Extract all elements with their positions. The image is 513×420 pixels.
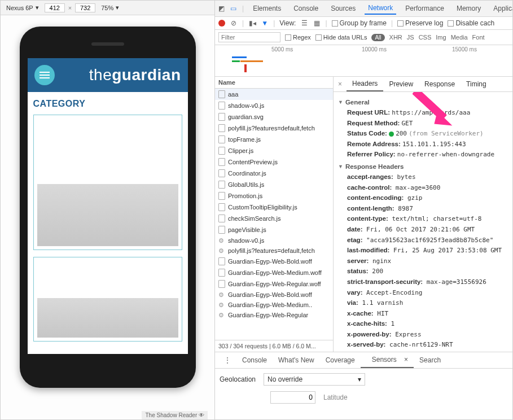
- gear-icon: ⚙: [218, 301, 225, 308]
- tab-application[interactable]: Applicati: [490, 3, 512, 14]
- request-row[interactable]: ContentPreview.js: [215, 156, 333, 168]
- tab-sources[interactable]: Sources: [327, 3, 359, 14]
- hamburger-menu-icon[interactable]: [34, 65, 55, 85]
- file-icon: [218, 215, 225, 222]
- request-row[interactable]: Guardian-Egyp-Web-Bold.woff: [215, 256, 333, 267]
- request-row[interactable]: polyfill.js?features=default,fetch: [215, 123, 333, 134]
- device-select[interactable]: Nexus 6P ▾: [4, 3, 41, 12]
- inspect-icon[interactable]: ◩: [218, 5, 225, 12]
- file-icon: [218, 158, 225, 166]
- file-icon: [218, 90, 225, 98]
- network-timeline[interactable]: 5000 ms 10000 ms 15000 ms: [215, 45, 512, 77]
- request-list: Name aaashadow-v0.jsguardian.svgpolyfill…: [215, 77, 334, 352]
- tab-preview[interactable]: Preview: [383, 77, 419, 91]
- regex-check[interactable]: Regex: [285, 34, 311, 41]
- file-icon: [218, 181, 225, 189]
- disable-cache-check[interactable]: Disable cach: [448, 19, 494, 27]
- request-row[interactable]: GlobalUtils.js: [215, 179, 333, 190]
- drawer-tab-search[interactable]: Search: [414, 353, 446, 368]
- view-list-icon[interactable]: ☰: [300, 19, 308, 27]
- section-response-headers[interactable]: Response Headers: [338, 163, 508, 170]
- height-input[interactable]: [75, 3, 95, 12]
- file-icon: [218, 102, 225, 110]
- request-row[interactable]: aaa: [215, 89, 333, 100]
- request-row[interactable]: topFrame.js: [215, 134, 333, 145]
- file-icon: [218, 192, 225, 200]
- filter-all[interactable]: All: [371, 34, 384, 41]
- content-card[interactable]: [33, 115, 182, 250]
- filter-font[interactable]: Font: [472, 34, 485, 41]
- filter-icon[interactable]: ▼: [261, 19, 269, 27]
- filter-img[interactable]: Img: [436, 34, 446, 41]
- request-row[interactable]: Coordinator.js: [215, 168, 333, 179]
- filter-input[interactable]: [218, 32, 280, 42]
- file-icon: [218, 135, 225, 143]
- dimension-x: ×: [68, 5, 72, 11]
- request-row[interactable]: ⚙Guardian-Egyp-Web-Bold.woff: [215, 290, 333, 300]
- request-row[interactable]: Clipper.js: [215, 145, 333, 156]
- view-large-icon[interactable]: ▦: [313, 19, 321, 27]
- file-icon: [218, 280, 225, 288]
- request-row[interactable]: guardian.svg: [215, 111, 333, 123]
- phone-frame: theguardian CATEGORY: [20, 27, 196, 388]
- request-row[interactable]: shadow-v0.js: [215, 100, 333, 111]
- gear-icon: ⚙: [218, 237, 225, 244]
- app-header: theguardian: [28, 58, 188, 92]
- file-icon: [218, 124, 225, 132]
- close-details-icon[interactable]: ×: [334, 77, 347, 91]
- network-toolbar: ⊘ | ▮◂ ▼ | View: ☰ ▦ | Group by frame | …: [215, 17, 512, 30]
- request-row[interactable]: CustomTooltipEligibility.js: [215, 202, 333, 213]
- tab-memory[interactable]: Memory: [453, 3, 484, 14]
- tab-console[interactable]: Console: [290, 3, 322, 14]
- devtools-drawer: ⋮ Console What's New Coverage Sensors × …: [215, 352, 512, 419]
- drawer-menu-icon[interactable]: ⋮: [218, 353, 236, 368]
- request-row[interactable]: ⚙polyfill.js?features=default,fetch: [215, 246, 333, 256]
- name-column-header[interactable]: Name: [215, 77, 333, 89]
- tab-elements[interactable]: Elements: [249, 3, 284, 14]
- details-tabs: × Headers Preview Response Timing: [334, 77, 512, 92]
- geolocation-label: Geolocation: [220, 375, 256, 383]
- filter-media[interactable]: Media: [451, 34, 468, 41]
- section-general[interactable]: General: [338, 99, 508, 106]
- clear-icon[interactable]: ⊘: [230, 19, 238, 27]
- request-row[interactable]: Guardian-Egyp-Web-Medium.woff: [215, 267, 333, 278]
- file-icon: [218, 113, 225, 121]
- latitude-input[interactable]: [270, 391, 315, 404]
- tab-response[interactable]: Response: [419, 77, 461, 91]
- shadow-reader-badge: The Shadow Reader 👁: [142, 411, 208, 419]
- camera-icon[interactable]: ▮◂: [248, 19, 256, 27]
- filter-xhr[interactable]: XHR: [389, 34, 402, 41]
- geolocation-select[interactable]: No override▾: [264, 373, 365, 386]
- preserve-log-check[interactable]: Preserve log: [397, 19, 443, 27]
- network-filter-row: Regex Hide data URLs All XHR JS CSS Img …: [215, 30, 512, 45]
- group-by-frame-check[interactable]: Group by frame: [332, 19, 387, 27]
- zoom-select[interactable]: 75% ▾: [99, 3, 121, 12]
- filter-css[interactable]: CSS: [419, 34, 432, 41]
- content-card[interactable]: [33, 257, 182, 342]
- request-row[interactable]: ⚙shadow-v0.js: [215, 235, 333, 246]
- file-icon: [218, 269, 225, 277]
- request-summary: 303 / 304 requests | 6.0 MB / 6.0 M...: [215, 340, 333, 352]
- request-row[interactable]: ⚙Guardian-Egyp-Web-Medium..: [215, 300, 333, 310]
- devtools-tabs: ◩ ▭ | Elements Console Sources Network P…: [215, 1, 512, 17]
- request-row[interactable]: checkSimSearch.js: [215, 213, 333, 224]
- width-input[interactable]: [45, 3, 65, 12]
- tab-performance[interactable]: Performance: [402, 3, 448, 14]
- drawer-tab-console[interactable]: Console: [236, 353, 273, 368]
- tab-network[interactable]: Network: [365, 2, 396, 15]
- request-row[interactable]: ⚙Guardian-Egyp-Web-Regular: [215, 310, 333, 320]
- drawer-tab-sensors[interactable]: Sensors ×: [361, 352, 414, 368]
- device-toolbar: Nexus 6P ▾ × 75% ▾: [1, 1, 214, 15]
- request-row[interactable]: pageVisible.js: [215, 224, 333, 235]
- filter-js[interactable]: JS: [407, 34, 414, 41]
- request-row[interactable]: Guardian-Egyp-Web-Regular.woff: [215, 278, 333, 290]
- tab-timing[interactable]: Timing: [461, 77, 492, 91]
- hide-data-urls-check[interactable]: Hide data URLs: [315, 34, 367, 41]
- drawer-tab-coverage[interactable]: Coverage: [320, 353, 361, 368]
- tab-headers[interactable]: Headers: [347, 77, 383, 91]
- request-row[interactable]: Promotion.js: [215, 190, 333, 202]
- device-toggle-icon[interactable]: ▭: [230, 5, 236, 12]
- drawer-tab-whatsnew[interactable]: What's New: [273, 353, 320, 368]
- record-icon[interactable]: [218, 20, 225, 27]
- file-icon: [218, 203, 225, 211]
